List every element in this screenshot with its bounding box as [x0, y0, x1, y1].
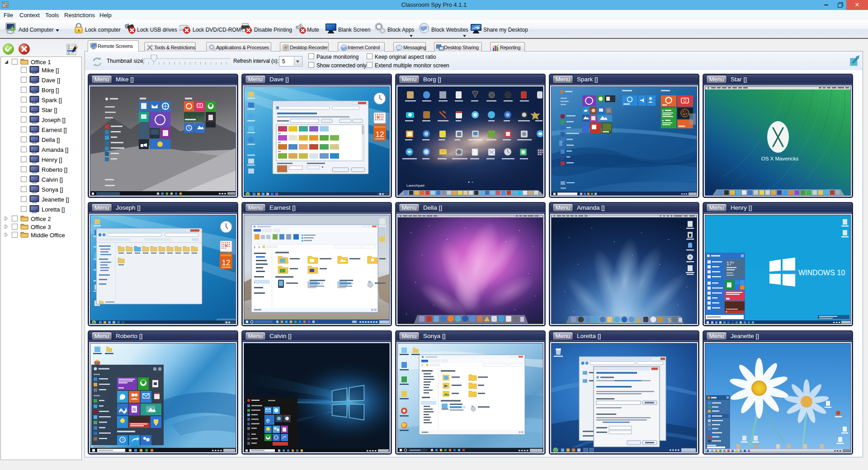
svg-text:17°: 17°: [726, 261, 734, 266]
svg-text:12: 12: [222, 258, 231, 267]
svg-text:Launchpad: Launchpad: [406, 183, 425, 188]
svg-text:$: $: [668, 317, 671, 324]
svg-text:OS X Mavericks: OS X Mavericks: [761, 156, 799, 161]
svg-text:?: ?: [122, 438, 124, 442]
svg-text:N: N: [132, 407, 136, 412]
svg-text:WINDOWS 10: WINDOWS 10: [798, 269, 845, 277]
svg-text:e: e: [266, 417, 270, 424]
svg-text:12: 12: [376, 130, 384, 139]
